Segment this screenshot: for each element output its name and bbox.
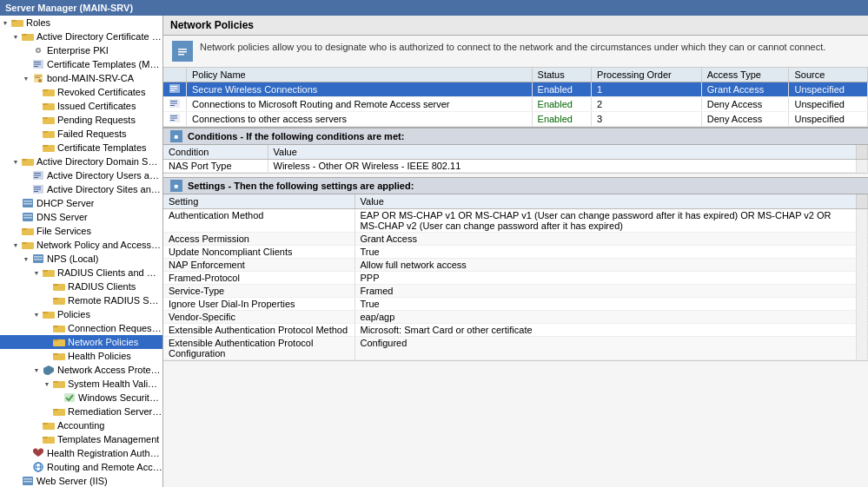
tree-expander-nps-local[interactable]: ▼ — [21, 253, 31, 264]
col-icon[interactable] — [163, 68, 187, 82]
tree-expander-failed-requests[interactable] — [31, 128, 42, 139]
tree-expander-npas[interactable]: ▼ — [10, 240, 21, 250]
tree-expander-ad-domain[interactable]: ▼ — [10, 156, 21, 167]
tree-expander-radius-clients[interactable] — [42, 281, 52, 292]
tree-expander-ad-cert[interactable]: ▼ — [10, 31, 21, 42]
tree-expander-cert-templates2[interactable] — [31, 142, 42, 153]
tree-expander-remediation[interactable] — [42, 406, 52, 417]
tree-expander-issued-certs[interactable] — [31, 101, 42, 111]
sidebar-item-system-health[interactable]: ▼System Health Validators — [0, 377, 162, 391]
detail-area[interactable]: ■ Conditions - If the following conditio… — [163, 128, 868, 487]
tree-expander-health-reg[interactable] — [21, 448, 31, 458]
sidebar-item-failed-requests[interactable]: Failed Requests — [0, 127, 162, 141]
svg-rect-52 — [53, 298, 58, 299]
svg-rect-33 — [34, 191, 38, 192]
sidebar-item-web-server[interactable]: Web Server (IIS) — [0, 474, 162, 487]
cond-col-value[interactable]: Value — [268, 145, 857, 160]
svg-rect-39 — [23, 217, 32, 219]
tree-expander-enterprise-pki[interactable] — [21, 45, 31, 56]
svg-rect-45 — [34, 256, 43, 258]
cond-col-condition[interactable]: Condition — [163, 145, 268, 160]
tree-expander-dns[interactable] — [10, 212, 21, 222]
tree-expander-pending-requests[interactable] — [31, 115, 42, 125]
sidebar-item-network-policies[interactable]: Network Policies — [0, 335, 162, 349]
tree-expander-win-security[interactable] — [52, 392, 63, 403]
tree-icon-bond-main-srv-ca — [31, 72, 45, 84]
tree-expander-ad-users[interactable] — [21, 170, 31, 181]
tree-icon-remediation — [52, 405, 66, 418]
tree-expander-radius-clients-servers[interactable]: ▼ — [31, 267, 42, 278]
tree-expander-network-access[interactable]: ▼ — [31, 365, 42, 375]
set-scrollbar[interactable] — [857, 194, 868, 209]
sidebar-item-ad-users[interactable]: Active Directory Users and Computers — [0, 168, 162, 182]
sidebar-label-remote-radius: Remote RADIUS Server Groups — [68, 295, 162, 306]
col-processing-order[interactable]: Processing Order — [592, 68, 702, 82]
sidebar-item-network-access[interactable]: ▼Network Access Protection — [0, 363, 162, 377]
col-policy-name[interactable]: Policy Name — [187, 68, 533, 82]
sidebar-item-health-reg[interactable]: Health Registration Authority (MAIN-SRV) — [0, 446, 162, 460]
policy-row-1[interactable]: Connections to Microsoft Routing and Rem… — [163, 97, 868, 112]
sidebar-item-win-security[interactable]: Windows Security Health Valida — [0, 391, 162, 405]
tree-expander-dhcp[interactable] — [10, 198, 21, 208]
sidebar-label-radius-clients: RADIUS Clients — [68, 281, 136, 292]
sidebar-item-accounting[interactable]: Accounting — [0, 418, 162, 432]
sidebar-item-revoked-certs[interactable]: Revoked Certificates — [0, 85, 162, 99]
sidebar-item-cert-templates[interactable]: Certificate Templates (Main-srv.bond.wif… — [0, 57, 162, 71]
sidebar-item-cert-templates2[interactable]: Certificate Templates — [0, 141, 162, 155]
tree-expander-policies[interactable]: ▼ — [31, 309, 42, 319]
sidebar-item-dns[interactable]: DNS Server — [0, 210, 162, 224]
tree-expander-system-health[interactable]: ▼ — [42, 378, 52, 389]
sidebar-item-pending-requests[interactable]: Pending Requests — [0, 113, 162, 127]
tree-expander-ad-sites[interactable] — [21, 184, 31, 194]
setting-name-5: Service-Type — [163, 285, 354, 298]
tree-expander-file-services[interactable] — [10, 226, 21, 236]
col-status[interactable]: Status — [532, 68, 592, 82]
panel-title: Network Policies — [170, 19, 254, 31]
set-col-setting[interactable]: Setting — [163, 194, 354, 209]
sidebar-item-policies[interactable]: ▼Policies — [0, 307, 162, 321]
col-access-type[interactable]: Access Type — [701, 68, 789, 82]
sidebar-item-routing[interactable]: Routing and Remote Access — [0, 460, 162, 474]
tree-expander-health-policies[interactable] — [42, 351, 52, 361]
cond-scrollbar[interactable] — [857, 145, 868, 160]
sidebar-item-templates-mgmt[interactable]: Templates Management — [0, 432, 162, 446]
sidebar-item-ad-cert[interactable]: ▼Active Directory Certificate Services — [0, 30, 162, 43]
col-source[interactable]: Source — [789, 68, 868, 82]
tree-icon-failed-requests — [42, 128, 56, 140]
sidebar-item-roles[interactable]: ▼Roles — [0, 16, 162, 30]
policy-row-0[interactable]: Secure Wireless ConnectionsEnabled1Grant… — [163, 82, 868, 97]
sidebar-item-enterprise-pki[interactable]: Enterprise PKI — [0, 43, 162, 57]
policy-row-2[interactable]: Connections to other access serversEnabl… — [163, 112, 868, 127]
sidebar-item-file-services[interactable]: File Services — [0, 224, 162, 238]
sidebar-item-npas[interactable]: ▼Network Policy and Access Services — [0, 238, 162, 252]
tree-expander-revoked-certs[interactable] — [31, 87, 42, 97]
tree-expander-templates-mgmt[interactable] — [31, 434, 42, 444]
sidebar-item-nps-local[interactable]: ▼NPS (Local) — [0, 252, 162, 266]
tree-expander-network-policies[interactable] — [42, 337, 52, 347]
sidebar-item-bond-main-srv-ca[interactable]: ▼bond-MAIN-SRV-CA — [0, 71, 162, 85]
tree-expander-accounting[interactable] — [31, 420, 42, 431]
tree-expander-cert-templates[interactable] — [21, 59, 31, 69]
tree-expander-remote-radius[interactable] — [42, 295, 52, 306]
sidebar-item-radius-clients-servers[interactable]: ▼RADIUS Clients and Servers — [0, 266, 162, 280]
tree-expander-web-server[interactable] — [10, 476, 21, 486]
sidebar-item-remediation[interactable]: Remediation Server Groups — [0, 405, 162, 418]
set-col-value[interactable]: Value — [354, 194, 857, 209]
settings-icon: ■ — [170, 180, 182, 192]
svg-rect-95 — [170, 86, 177, 87]
sidebar[interactable]: ▼Roles▼Active Directory Certificate Serv… — [0, 16, 163, 487]
sidebar-item-health-policies[interactable]: Health Policies — [0, 349, 162, 363]
tree-expander-bond-main-srv-ca[interactable]: ▼ — [21, 73, 31, 83]
sidebar-item-ad-sites[interactable]: Active Directory Sites and Services — [0, 182, 162, 196]
sidebar-item-ad-domain[interactable]: ▼Active Directory Domain Services — [0, 155, 162, 168]
sidebar-item-issued-certs[interactable]: Issued Certificates — [0, 99, 162, 113]
sidebar-item-remote-radius[interactable]: Remote RADIUS Server Groups — [0, 293, 162, 307]
svg-rect-67 — [43, 423, 48, 424]
tree-expander-roles[interactable]: ▼ — [0, 17, 10, 28]
tree-expander-connection-request[interactable] — [42, 323, 52, 333]
sidebar-item-radius-clients[interactable]: RADIUS Clients — [0, 280, 162, 293]
tree-expander-routing[interactable] — [21, 462, 31, 472]
sidebar-label-issued-certs: Issued Certificates — [57, 101, 136, 111]
sidebar-item-connection-request[interactable]: Connection Request Policies — [0, 321, 162, 335]
sidebar-item-dhcp[interactable]: DHCP Server — [0, 196, 162, 210]
